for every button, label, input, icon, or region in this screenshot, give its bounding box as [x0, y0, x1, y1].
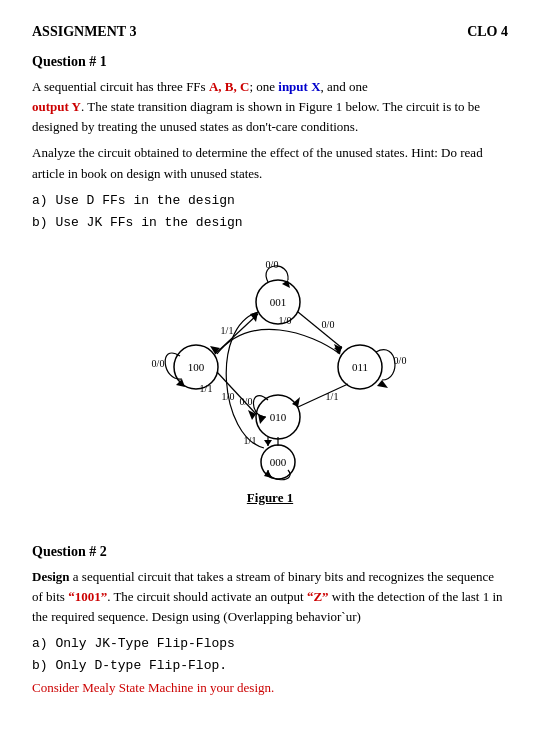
- q1-ffs: A, B, C: [209, 79, 249, 94]
- svg-marker-16: [248, 410, 256, 420]
- svg-marker-28: [377, 380, 388, 388]
- q2-design-bold: Design: [32, 569, 70, 584]
- q1-title: Question # 1: [32, 54, 508, 70]
- q2-title: Question # 2: [32, 544, 508, 560]
- question-1-section: Question # 1 A sequential circuit has th…: [32, 54, 508, 234]
- state-diagram-svg: 001 011 010 000 100 0/0 1/1 1/0 0/0: [120, 252, 420, 482]
- clo-label: CLO 4: [467, 24, 508, 40]
- q2-sequence: “1001”: [68, 589, 107, 604]
- q2-note: Consider Mealy State Machine in your des…: [32, 678, 508, 698]
- q1-para1-post: . The state transition diagram is shown …: [32, 99, 480, 134]
- q1-paragraph2: Analyze the circuit obtained to determin…: [32, 143, 508, 183]
- q1-para1-mid: ; one: [249, 79, 278, 94]
- figure-caption: Figure 1: [247, 490, 293, 506]
- svg-text:010: 010: [270, 411, 287, 423]
- q1-part-a: a) Use D FFs in the design: [32, 190, 508, 212]
- q2-para1-mid2: . The circuit should activate an output: [107, 589, 307, 604]
- q1-para1-pre: A sequential circuit has three FFs: [32, 79, 209, 94]
- svg-text:011: 011: [352, 361, 368, 373]
- svg-marker-33: [258, 414, 266, 424]
- svg-marker-31: [264, 440, 272, 446]
- q1-input-x: input X: [278, 79, 320, 94]
- svg-text:001: 001: [270, 296, 287, 308]
- svg-text:1/0: 1/0: [279, 315, 292, 326]
- q1-para1-and: , and one: [321, 79, 368, 94]
- svg-text:1/1: 1/1: [200, 383, 213, 394]
- svg-text:0/0: 0/0: [152, 358, 165, 369]
- q1-paragraph1: A sequential circuit has three FFs A, B,…: [32, 77, 508, 137]
- q1-part-b: b) Use JK FFs in the design: [32, 212, 508, 234]
- svg-text:100: 100: [188, 361, 205, 373]
- q2-part-b: b) Only D-type Flip-Flop.: [32, 655, 508, 677]
- svg-text:0/0: 0/0: [240, 396, 253, 407]
- q1-output-y: output Y: [32, 99, 81, 114]
- assignment-title: ASSIGNMENT 3: [32, 24, 136, 40]
- q2-paragraph1: Design a sequential circuit that takes a…: [32, 567, 508, 627]
- svg-text:1/1: 1/1: [326, 391, 339, 402]
- svg-text:0/0: 0/0: [394, 355, 407, 366]
- q2-part-a: a) Only JK-Type Flip-Flops: [32, 633, 508, 655]
- svg-line-25: [298, 384, 348, 407]
- svg-text:1/1: 1/1: [221, 325, 234, 336]
- svg-text:0/0: 0/0: [322, 319, 335, 330]
- question-2-section: Question # 2 Design a sequential circuit…: [32, 544, 508, 698]
- svg-marker-18: [176, 379, 185, 387]
- svg-text:0/0: 0/0: [266, 259, 279, 270]
- svg-text:000: 000: [270, 456, 287, 468]
- q2-output-z: “Z”: [307, 589, 329, 604]
- figure-1-area: 001 011 010 000 100 0/0 1/1 1/0 0/0: [32, 252, 508, 506]
